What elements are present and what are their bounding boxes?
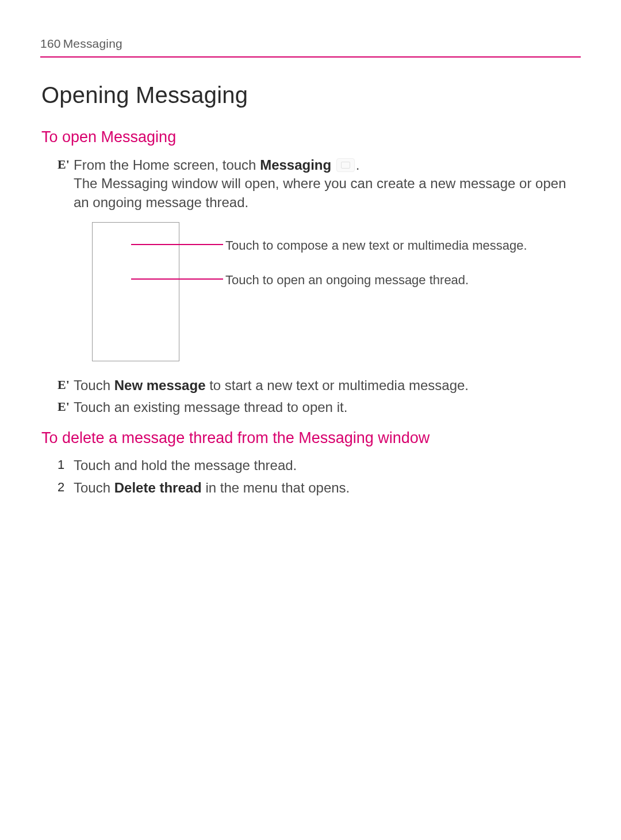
bullet-step-2: E' Touch New message to start a new text…: [57, 376, 575, 395]
callout-text-2: Touch to open an ongoing message thread.: [225, 272, 547, 289]
n2-bold: Delete thread: [114, 480, 202, 495]
numbered-step-2: 2 Touch Delete thread in the menu that o…: [57, 479, 575, 497]
page-title: Opening Messaging: [41, 79, 581, 110]
step1-continuation: The Messaging window will open, where yo…: [74, 175, 566, 209]
section-heading-open: To open Messaging: [41, 127, 581, 147]
step-text: Touch and hold the message thread.: [74, 456, 575, 475]
callout-text-1: Touch to compose a new text or multimedi…: [225, 237, 547, 254]
step2-bold: New message: [114, 377, 206, 393]
bullet-marker: E': [57, 398, 74, 416]
step1-prefix: From the Home screen, touch: [74, 157, 260, 173]
step-number: 1: [57, 456, 74, 474]
messaging-app-icon: [336, 158, 355, 172]
bullet-text: Touch New message to start a new text or…: [74, 376, 575, 395]
step1-suffix: .: [356, 157, 360, 173]
running-header: 160Messaging: [40, 36, 581, 58]
callout-line-1: [131, 244, 223, 245]
callout-line-2: [131, 278, 223, 280]
step2-suffix: to start a new text or multimedia messag…: [205, 377, 469, 393]
step-text: Touch Delete thread in the menu that ope…: [74, 479, 575, 497]
bullet-step-3: E' Touch an existing message thread to o…: [57, 398, 575, 417]
delete-body: 1 Touch and hold the message thread. 2 T…: [57, 456, 575, 497]
open-body: E' From the Home screen, touch Messaging…: [57, 156, 575, 417]
step1-bold: Messaging: [260, 157, 331, 173]
bullet-marker: E': [57, 376, 74, 394]
bullet-marker: E': [57, 156, 74, 174]
bullet-step-1: E' From the Home screen, touch Messaging…: [57, 156, 575, 212]
n2-suffix: in the menu that opens.: [202, 480, 350, 495]
bullet-text: Touch an existing message thread to open…: [74, 398, 575, 417]
step2-prefix: Touch: [74, 377, 114, 393]
bullet-text: From the Home screen, touch Messaging . …: [74, 156, 575, 212]
page-number: 160: [40, 37, 61, 50]
n2-prefix: Touch: [74, 480, 114, 495]
section-heading-delete: To delete a message thread from the Mess…: [41, 427, 581, 448]
step-number: 2: [57, 479, 74, 497]
manual-page: 160Messaging Opening Messaging To open M…: [0, 0, 621, 497]
phone-screenshot-placeholder: [92, 222, 179, 361]
header-section: Messaging: [63, 37, 122, 50]
screenshot-diagram: Touch to compose a new text or multimedi…: [92, 222, 575, 365]
numbered-step-1: 1 Touch and hold the message thread.: [57, 456, 575, 475]
